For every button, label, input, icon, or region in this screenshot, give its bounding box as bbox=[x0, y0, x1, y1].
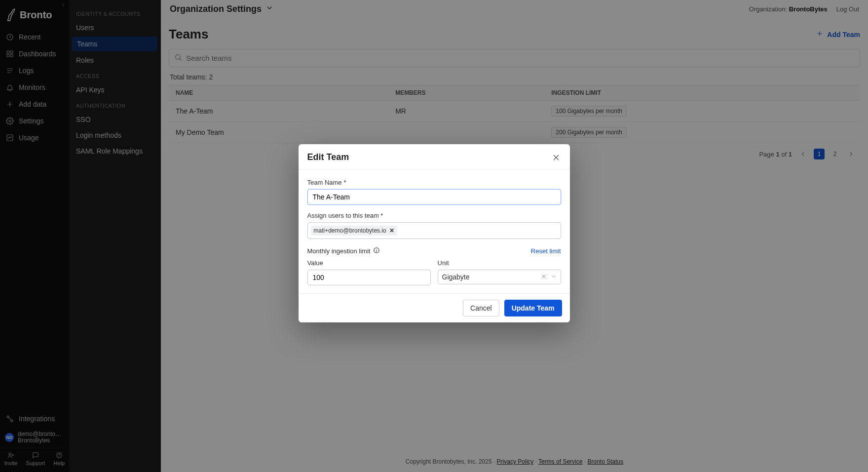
assign-users-input[interactable]: mati+demo@brontobytes.io ✕ bbox=[307, 222, 561, 239]
reset-limit-link[interactable]: Reset limit bbox=[531, 247, 561, 255]
limit-value-input[interactable] bbox=[307, 270, 431, 285]
modal-close-button[interactable] bbox=[551, 153, 561, 162]
chip-remove-icon[interactable]: ✕ bbox=[389, 227, 394, 234]
ingestion-limit-label: Monthly ingestion limit bbox=[307, 247, 380, 255]
update-team-button[interactable]: Update Team bbox=[504, 300, 562, 316]
cancel-button[interactable]: Cancel bbox=[463, 300, 499, 316]
modal-title: Edit Team bbox=[307, 152, 349, 162]
assign-users-label: Assign users to this team * bbox=[307, 212, 561, 219]
info-icon[interactable] bbox=[373, 247, 380, 255]
team-name-input[interactable] bbox=[307, 189, 561, 205]
team-name-label: Team Name* bbox=[307, 179, 561, 186]
chip-label: mati+demo@brontobytes.io bbox=[314, 227, 386, 234]
clear-icon[interactable] bbox=[541, 273, 547, 281]
edit-team-modal: Edit Team Team Name* Assign users to thi… bbox=[299, 144, 570, 322]
user-chip: mati+demo@brontobytes.io ✕ bbox=[311, 226, 397, 236]
unit-select[interactable]: Gigabyte bbox=[438, 270, 561, 284]
chevron-down-icon bbox=[551, 273, 557, 281]
unit-label: Unit bbox=[438, 259, 561, 267]
value-label: Value bbox=[307, 259, 431, 267]
unit-value: Gigabyte bbox=[442, 273, 470, 281]
modal-overlay[interactable]: Edit Team Team Name* Assign users to thi… bbox=[0, 0, 868, 472]
